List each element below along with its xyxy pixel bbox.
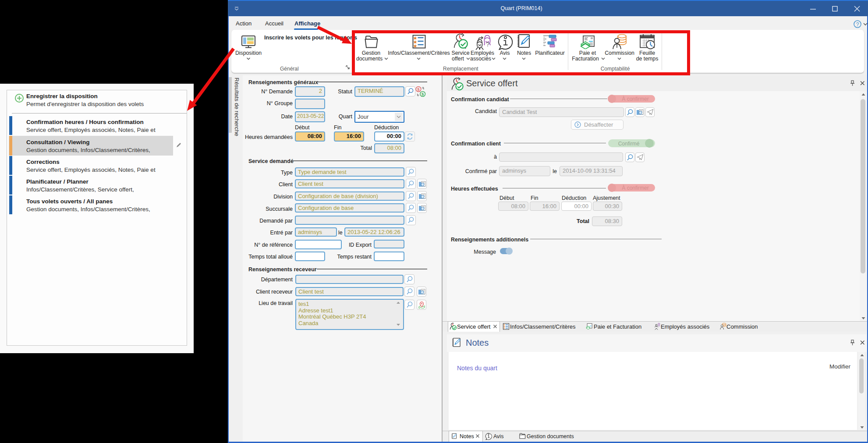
svg-text:$: $ [417, 87, 420, 92]
svg-text:?: ? [856, 21, 859, 28]
svg-text:$: $ [422, 92, 424, 96]
